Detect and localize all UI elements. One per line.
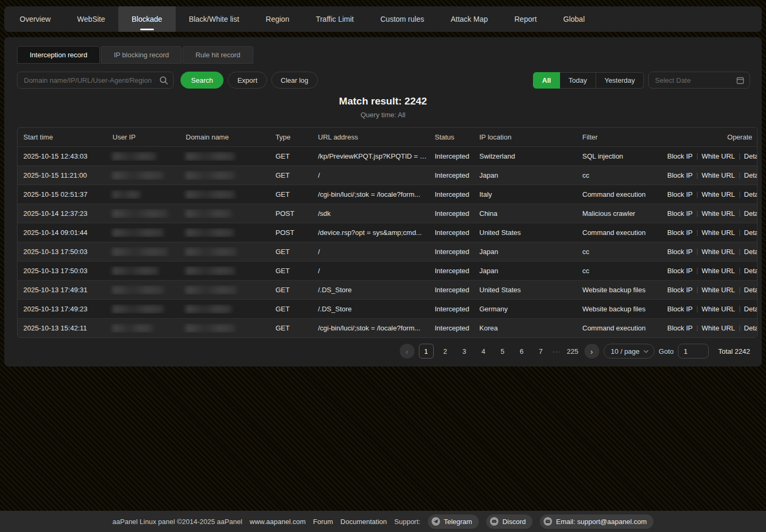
details-link[interactable]: Details (744, 305, 757, 313)
action-divider (697, 268, 698, 274)
footer-forum-link[interactable]: Forum (313, 518, 333, 526)
details-link[interactable]: Details (744, 286, 757, 294)
prev-page-button[interactable]: ‹ (400, 344, 415, 359)
footer-support-label: Support: (394, 518, 420, 526)
table-row: 2025-10-13 17:49:31GET/.DS_StoreIntercep… (18, 280, 757, 299)
date-segment-today[interactable]: Today (560, 72, 596, 89)
search-input[interactable] (18, 76, 173, 84)
white-url-link[interactable]: White URL (702, 210, 735, 217)
table-row: 2025-10-13 17:50:03GET/InterceptedJapanc… (18, 242, 757, 261)
table-row: 2025-10-14 12:37:23POST/sdkInterceptedCh… (18, 204, 757, 223)
cell-start-time: 2025-10-13 17:50:03 (18, 267, 107, 275)
subtab-ip-blocking-record[interactable]: IP blocking record (101, 46, 182, 64)
cell-url: /sdk (312, 210, 429, 217)
telegram-icon (432, 517, 440, 526)
page-button-6[interactable]: 6 (514, 344, 529, 359)
details-link[interactable]: Details (744, 324, 757, 332)
user-ip-redacted (113, 305, 163, 313)
date-segment-yesterday[interactable]: Yesterday (596, 72, 644, 89)
white-url-link[interactable]: White URL (702, 267, 735, 275)
block-ip-link[interactable]: Block IP (667, 324, 693, 332)
white-url-link[interactable]: White URL (702, 229, 735, 237)
block-ip-link[interactable]: Block IP (667, 210, 693, 217)
nav-item-website[interactable]: WebSite (64, 6, 118, 32)
page-button-2[interactable]: 2 (438, 344, 453, 359)
nav-item-blockade[interactable]: Blockade (118, 6, 176, 32)
next-page-button[interactable]: › (584, 344, 599, 359)
cell-url: / (312, 171, 429, 179)
discord-button[interactable]: Discord (486, 514, 532, 529)
cell-url: /cgi-bin/luci/;stok = /locale?form... (312, 190, 429, 198)
cell-user-ip (107, 228, 180, 237)
top-navbar: OverviewWebSiteBlockadeBlack/White listR… (4, 6, 762, 32)
cell-start-time: 2025-10-13 17:50:03 (18, 248, 107, 256)
domain-redacted (186, 286, 237, 294)
subtab-interception-record[interactable]: Interception record (17, 46, 100, 64)
block-ip-link[interactable]: Block IP (667, 267, 693, 275)
details-link[interactable]: Details (744, 152, 757, 160)
details-link[interactable]: Details (744, 190, 757, 198)
footer-website-link[interactable]: www.aapanel.com (249, 518, 306, 526)
block-ip-link[interactable]: Block IP (667, 171, 693, 179)
nav-item-custom-rules[interactable]: Custom rules (367, 6, 437, 32)
white-url-link[interactable]: White URL (702, 248, 735, 256)
telegram-button[interactable]: Telegram (428, 514, 479, 529)
details-link[interactable]: Details (744, 229, 757, 237)
page-button-4[interactable]: 4 (476, 344, 491, 359)
nav-item-region[interactable]: Region (253, 6, 303, 32)
search-button[interactable]: Search (180, 72, 223, 89)
nav-item-global[interactable]: Global (550, 6, 598, 32)
email-button[interactable]: Email: support@aapanel.com (540, 514, 653, 529)
details-link[interactable]: Details (744, 171, 757, 179)
cell-filter: cc (576, 248, 661, 256)
nav-item-overview[interactable]: Overview (6, 6, 64, 32)
cell-type: POST (270, 210, 312, 217)
details-link[interactable]: Details (744, 248, 757, 256)
block-ip-link[interactable]: Block IP (667, 152, 693, 160)
block-ip-link[interactable]: Block IP (667, 248, 693, 256)
white-url-link[interactable]: White URL (702, 171, 735, 179)
page-button-1[interactable]: 1 (419, 344, 434, 359)
cell-status: Intercepted (429, 324, 474, 332)
nav-item-report[interactable]: Report (501, 6, 550, 32)
page-size-select[interactable]: 10 / page (604, 344, 655, 359)
operate-links: Block IPWhite URLDetails (667, 305, 757, 313)
block-ip-link[interactable]: Block IP (667, 286, 693, 294)
export-button[interactable]: Export (228, 72, 267, 89)
details-link[interactable]: Details (744, 210, 757, 217)
goto-page-input[interactable] (678, 344, 709, 359)
cell-start-time: 2025-10-13 17:49:23 (18, 305, 107, 313)
nav-item-attack-map[interactable]: Attack Map (437, 6, 501, 32)
email-label: Email: support@aapanel.com (556, 518, 647, 526)
operate-links: Block IPWhite URLDetails (667, 248, 757, 256)
cell-user-ip (107, 304, 180, 313)
white-url-link[interactable]: White URL (702, 190, 735, 198)
page-button-225[interactable]: 225 (565, 344, 580, 359)
cell-filter: Website backup files (576, 286, 661, 294)
column-header-type: Type (270, 133, 312, 141)
nav-item-traffic-limit[interactable]: Traffic Limit (303, 6, 367, 32)
page-button-5[interactable]: 5 (495, 344, 510, 359)
clear-log-button[interactable]: Clear log (271, 72, 318, 89)
cell-ip-location: Germany (474, 305, 576, 313)
white-url-link[interactable]: White URL (702, 286, 735, 294)
nav-item-black-white-list[interactable]: Black/White list (176, 6, 253, 32)
subtab-rule-hit-record[interactable]: Rule hit record (183, 46, 253, 64)
block-ip-link[interactable]: Block IP (667, 305, 693, 313)
select-date-input[interactable]: Select Date (648, 72, 750, 89)
white-url-link[interactable]: White URL (702, 305, 735, 313)
block-ip-link[interactable]: Block IP (667, 229, 693, 237)
date-segment-all[interactable]: All (533, 72, 560, 89)
cell-user-ip (107, 190, 180, 199)
footer-documentation-link[interactable]: Documentation (340, 518, 386, 526)
white-url-link[interactable]: White URL (702, 324, 735, 332)
cell-user-ip (107, 324, 180, 333)
block-ip-link[interactable]: Block IP (667, 190, 693, 198)
page-button-3[interactable]: 3 (457, 344, 472, 359)
details-link[interactable]: Details (744, 267, 757, 275)
cell-status: Intercepted (429, 286, 474, 294)
user-ip-redacted (113, 171, 163, 180)
white-url-link[interactable]: White URL (702, 152, 735, 160)
page-button-7[interactable]: 7 (533, 344, 548, 359)
cell-type: GET (270, 190, 312, 198)
